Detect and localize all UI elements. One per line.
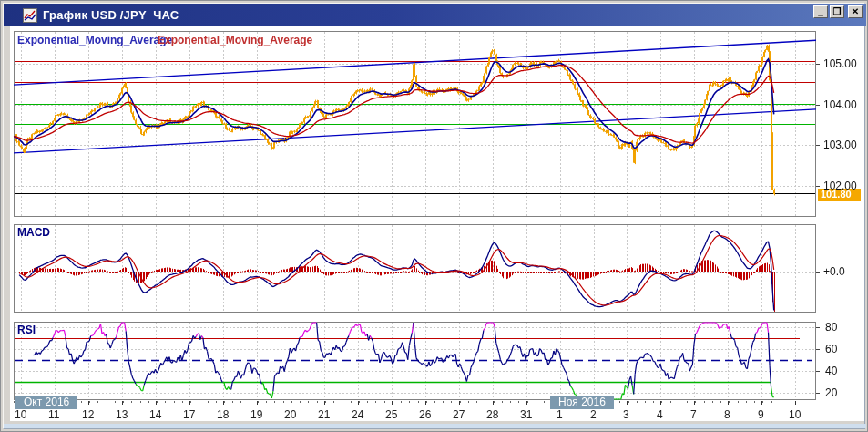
window-title: График USD /JPY ЧАС [43,8,179,22]
window-frame-bottom [4,424,866,428]
minimize-button[interactable]: _ [813,5,828,18]
chart-canvas[interactable] [1,1,868,432]
chart-window: График USD /JPY ЧАС _ ❐ ✕ Exponential_Mo… [0,0,868,432]
maximize-button[interactable]: ❐ [830,5,844,18]
close-button[interactable]: ✕ [848,5,863,18]
window-controls: _ ❐ ✕ [812,5,863,18]
chart-icon [23,8,37,23]
titlebar[interactable]: График USD /JPY ЧАС [4,4,866,26]
